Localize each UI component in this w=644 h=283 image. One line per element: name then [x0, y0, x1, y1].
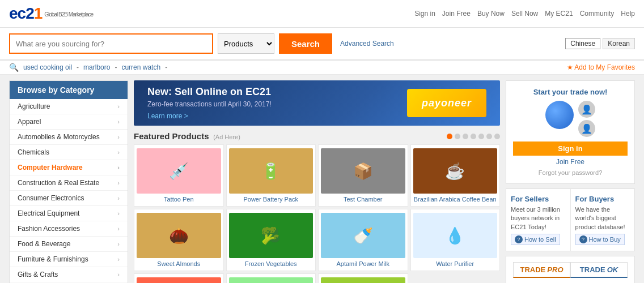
right-panel: Start your trade now! 👤 👤 Sign in Join F… [506, 80, 635, 283]
banner-text: New: Sell Online on EC21 Zero-fee transa… [147, 86, 272, 120]
sidebar-item-apparel[interactable]: Apparel › [10, 114, 128, 130]
nav-joinfree[interactable]: Join Free [442, 10, 471, 18]
sidebar: Browse by Category Agriculture › Apparel… [9, 80, 128, 283]
promo-banner[interactable]: New: Sell Online on EC21 Zero-fee transa… [134, 80, 500, 126]
product-name: Frozen Vegetables [229, 260, 313, 267]
top-nav-links: Sign in Join Free Buy Now Sell Now My EC… [414, 10, 635, 18]
figure-icon: 👤 [578, 101, 595, 118]
add-to-favorites-link[interactable]: ★ Add to My Favorites [567, 63, 635, 71]
trade-start-title: Start your trade now! [513, 88, 628, 96]
forgot-password-link[interactable]: Forgot your password? [539, 169, 603, 176]
sidebar-item-gifts[interactable]: Gifts & Crafts › [10, 267, 128, 282]
star-icon: ★ [567, 63, 573, 71]
sidebar-item-computer-hardware[interactable]: Computer Hardware › [10, 160, 128, 175]
nav-signin[interactable]: Sign in [414, 10, 435, 18]
chevron-right-icon: › [117, 210, 120, 217]
sidebar-item-agriculture[interactable]: Agriculture › [10, 99, 128, 114]
category-select[interactable]: Products Companies Buy Leads [218, 33, 274, 54]
center-content: New: Sell Online on EC21 Zero-fee transa… [134, 80, 500, 283]
chevron-right-icon: › [117, 271, 120, 278]
product-tattoo-pen[interactable]: 💉 Tattoo Pen [134, 144, 224, 207]
product-image: 🍼 [321, 213, 405, 258]
logo: ec21Global B2B Marketplace [9, 5, 93, 23]
product-image: 💧 [413, 213, 498, 258]
chevron-right-icon: › [117, 225, 120, 232]
product-image: 🫙 [321, 277, 405, 283]
sign-in-button[interactable]: Sign in [513, 142, 628, 156]
trade-ok-tab[interactable]: TRADE OK [570, 262, 628, 278]
product-name: Power Battery Pack [229, 196, 313, 203]
dot-7[interactable] [494, 134, 500, 139]
product-image: 📦 [321, 148, 405, 194]
dot-3[interactable] [463, 134, 468, 139]
marquee-item-1[interactable]: used cooking oil [23, 63, 72, 71]
info-icon: ? [515, 235, 523, 243]
product-test-chamber[interactable]: 📦 Test Chamber [318, 144, 408, 207]
carousel-dots [447, 134, 500, 139]
product-battery-pack[interactable]: 🔋 Power Battery Pack [226, 144, 316, 207]
chevron-right-icon: › [117, 164, 120, 171]
product-water-purifier[interactable]: 💧 Water Purifier [410, 209, 501, 271]
trade-level-box: TRADE PRO TRADE OK • Top-Level Priority … [506, 256, 635, 283]
sellers-col: For Sellers Meet our 3 million buyers ne… [506, 189, 571, 251]
product-coffee-bean[interactable]: ☕ Brazilian Arabica Coffee Bean [410, 144, 501, 207]
dot-5[interactable] [478, 134, 484, 139]
nav-help[interactable]: Help [621, 10, 635, 18]
product-sweet-almonds[interactable]: 🌰 Sweet Almonds [134, 209, 224, 271]
dot-1[interactable] [447, 134, 452, 139]
banner-logo: payoneer [407, 89, 486, 117]
sidebar-item-chemicals[interactable]: Chemicals › [10, 145, 128, 160]
trade-pro-tab[interactable]: TRADE PRO [513, 262, 570, 278]
banner-learn-more[interactable]: Learn more > [147, 112, 188, 120]
lang-chinese[interactable]: Chinese [565, 38, 600, 49]
sidebar-item-automobiles[interactable]: Automobiles & Motorcycles › [10, 130, 128, 145]
dot-2[interactable] [455, 134, 460, 139]
nav-buynow[interactable]: Buy Now [477, 10, 505, 18]
sidebar-item-fashion[interactable]: Fashion Accessories › [10, 221, 128, 237]
chevron-right-icon: › [117, 241, 120, 247]
how-to-buy-link[interactable]: ? How to Buy [575, 234, 625, 245]
product-name: Brazilian Arabica Coffee Bean [413, 196, 498, 203]
banner-headline: New: Sell Online on EC21 [147, 86, 272, 98]
buyers-desc: We have the world's biggest product data… [575, 205, 630, 231]
nav-sellnow[interactable]: Sell Now [511, 10, 538, 18]
nav-community[interactable]: Community [580, 10, 615, 18]
featured-ad-label[interactable]: (Ad Here) [213, 134, 240, 140]
advanced-search-link[interactable]: Advanced Search [340, 40, 394, 48]
sidebar-item-construction[interactable]: Construction & Real Estate › [10, 175, 128, 191]
chevron-right-icon: › [117, 134, 120, 140]
lang-korean[interactable]: Korean [603, 38, 635, 49]
product-milk-bottles[interactable]: 🥛 Milk Bottles [226, 273, 316, 283]
search-input[interactable] [9, 33, 213, 54]
marquee-row: 🔍 used cooking oil - marlboro - curren w… [0, 61, 644, 75]
chevron-right-icon: › [117, 118, 120, 125]
sidebar-item-consumer-electronics[interactable]: Consumer Electronics › [10, 191, 128, 206]
join-free-link[interactable]: Join Free [513, 158, 628, 166]
product-frozen-vegetables[interactable]: 🥦 Frozen Vegetables [226, 209, 316, 271]
sidebar-item-electrical[interactable]: Electrical Equipment › [10, 206, 128, 221]
chevron-right-icon: › [117, 179, 120, 186]
logo-text: ec21Global B2B Marketplace [9, 5, 93, 23]
product-red-lentils[interactable]: 🟠 Red Lentils [134, 273, 224, 283]
sidebar-item-food[interactable]: Food & Beverage › [10, 237, 128, 252]
product-olive-oil[interactable]: 🫙 Olive Oil [318, 273, 408, 283]
search-button[interactable]: Search [279, 33, 332, 54]
product-image: 🔋 [229, 148, 313, 194]
dot-4[interactable] [471, 134, 476, 139]
sellers-desc: Meet our 3 million buyers network in EC2… [511, 205, 566, 231]
how-to-sell-link[interactable]: ? How to Sell [511, 234, 560, 245]
featured-header: Featured Products (Ad Here) [134, 131, 500, 141]
product-name: Aptamil Power Milk [321, 260, 405, 267]
trade-illustration: 👤 👤 [513, 101, 628, 137]
banner-subtext: Zero-fee transactions until April 30, 20… [147, 100, 272, 108]
marquee-item-2[interactable]: marlboro [83, 63, 110, 71]
dot-6[interactable] [486, 134, 492, 139]
trade-tabs: TRADE PRO TRADE OK [513, 262, 628, 278]
product-aptamil-milk[interactable]: 🍼 Aptamil Power Milk [318, 209, 408, 271]
trade-start-box: Start your trade now! 👤 👤 Sign in Join F… [506, 80, 635, 184]
nav-myec21[interactable]: My EC21 [545, 10, 573, 18]
marquee-item-3[interactable]: curren watch [121, 63, 160, 71]
sidebar-item-furniture[interactable]: Furniture & Furnishings › [10, 252, 128, 267]
main-layout: Browse by Category Agriculture › Apparel… [0, 75, 644, 283]
product-image: 🥦 [229, 213, 313, 258]
